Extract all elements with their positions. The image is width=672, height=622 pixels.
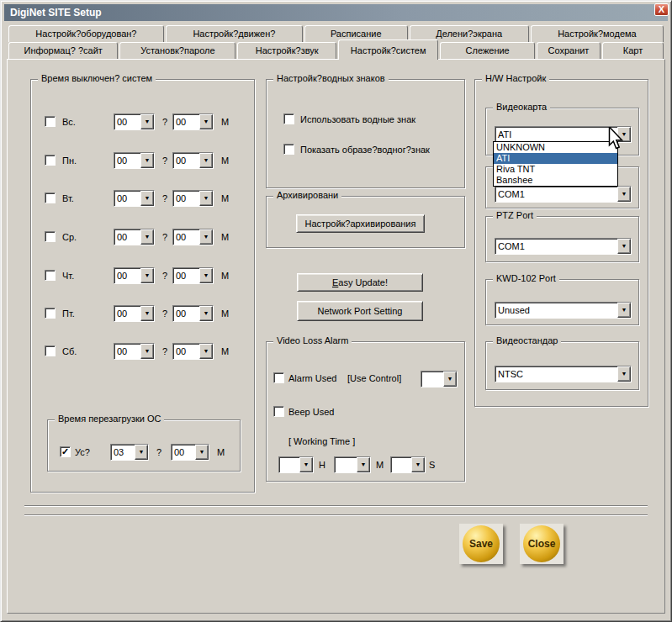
video-standard-select[interactable]: NTSC▼ <box>495 366 632 382</box>
alarm-used-label: Alarm Used <box>288 373 336 383</box>
reboot-enabled-checkbox[interactable] <box>60 446 71 457</box>
video-standard-group: Видеостандар NTSC▼ <box>485 341 639 390</box>
thursday-hour-select[interactable]: 00▼ <box>114 267 155 284</box>
day-label: Пн. <box>62 156 77 166</box>
dropdown-arrow-icon[interactable]: ▼ <box>199 344 213 359</box>
thursday-checkbox[interactable] <box>45 270 56 281</box>
kwd-102-port-select[interactable]: Unused▼ <box>495 302 632 319</box>
alarm-control-select[interactable]: ▼ <box>421 371 458 387</box>
dropdown-option[interactable]: Banshee <box>494 175 617 186</box>
monday-checkbox[interactable] <box>45 155 56 166</box>
tuesday-minute-select[interactable]: 00▼ <box>172 190 214 207</box>
tab-monitoring[interactable]: Слежение <box>440 42 535 60</box>
dropdown-arrow-icon[interactable]: ▼ <box>135 445 148 460</box>
tab-map[interactable]: Карт <box>602 42 664 60</box>
tuesday-hour-select[interactable]: 00▼ <box>114 190 155 207</box>
dropdown-arrow-icon[interactable]: ▼ <box>299 457 313 472</box>
dropdown-arrow-icon[interactable]: ▼ <box>617 366 631 382</box>
day-label: Чт. <box>62 271 74 281</box>
day-label: Сб. <box>62 346 77 356</box>
dropdown-arrow-icon[interactable]: ▼ <box>140 114 154 129</box>
dropdown-arrow-icon[interactable]: ▼ <box>617 303 631 318</box>
saturday-checkbox[interactable] <box>45 345 56 356</box>
dropdown-arrow-icon[interactable]: ▼ <box>140 153 154 168</box>
reboot-hour-select[interactable]: 03▼ <box>110 444 149 461</box>
tab-site-info[interactable]: Информац? ?сайт <box>8 42 118 60</box>
ptz-port-group: PTZ Port COM1▼ <box>485 216 639 262</box>
working-time-hour-select[interactable]: ▼ <box>278 456 314 473</box>
saturday-hour-select[interactable]: 00▼ <box>114 343 155 360</box>
monday-hour-select[interactable]: 00▼ <box>114 152 155 169</box>
dropdown-arrow-icon[interactable]: ▼ <box>199 114 213 129</box>
friday-checkbox[interactable] <box>45 308 56 319</box>
dropdown-arrow-icon[interactable]: ▼ <box>140 229 154 245</box>
sunday-minute-select[interactable]: 00▼ <box>172 113 214 130</box>
port-select[interactable]: COM1▼ <box>495 186 632 203</box>
tuesday-checkbox[interactable] <box>45 192 56 203</box>
tab-modem-setup[interactable]: Настройк?модема <box>531 25 664 42</box>
tab-sound-setup[interactable]: Настройк?звук <box>237 42 336 60</box>
wednesday-minute-select[interactable]: 00▼ <box>172 229 214 245</box>
network-port-setting-button[interactable]: Network Port Setting <box>297 301 423 321</box>
divider <box>24 514 648 516</box>
dropdown-arrow-icon[interactable]: ▼ <box>199 306 213 321</box>
dropdown-arrow-icon[interactable]: ▼ <box>443 372 457 387</box>
easy-update-button[interactable]: Easy Update! <box>297 273 423 292</box>
saturday-minute-select[interactable]: 00▼ <box>172 343 214 360</box>
dropdown-option[interactable]: UNKNOWN <box>494 142 617 153</box>
dropdown-arrow-icon[interactable]: ▼ <box>140 306 154 321</box>
mouse-cursor-icon <box>608 127 623 150</box>
archive-settings-button[interactable]: Настройк?архивирования <box>296 214 425 233</box>
dropdown-arrow-icon[interactable]: ▼ <box>199 229 213 245</box>
dropdown-arrow-icon[interactable]: ▼ <box>140 268 154 283</box>
close-window-button[interactable]: X <box>654 3 669 16</box>
wednesday-checkbox[interactable] <box>45 231 56 242</box>
tab-save[interactable]: Сохранит <box>537 42 601 60</box>
dropdown-arrow-icon[interactable]: ▼ <box>617 239 631 254</box>
shutdown-row-saturday: Сб. 00▼ ? 00▼ M <box>31 343 254 360</box>
monday-minute-select[interactable]: 00▼ <box>172 152 214 169</box>
close-button-panel: Close <box>520 524 564 564</box>
dropdown-arrow-icon[interactable]: ▼ <box>411 457 425 472</box>
shutdown-row-sunday: Вс. 00▼ ? 00▼ M <box>31 113 254 130</box>
group-title: Время выключен? систем <box>38 73 156 83</box>
dropdown-arrow-icon[interactable]: ▼ <box>140 344 154 359</box>
tab-password-setup[interactable]: Установк?пароле <box>119 42 235 60</box>
sunday-hour-select[interactable]: 00▼ <box>114 113 155 130</box>
dropdown-arrow-icon[interactable]: ▼ <box>195 445 209 460</box>
dropdown-arrow-icon[interactable]: ▼ <box>617 187 631 202</box>
tab-motion-setup[interactable]: Настройк?движен? <box>166 25 303 42</box>
dropdown-arrow-icon[interactable]: ▼ <box>140 191 154 206</box>
dropdown-option-selected[interactable]: ATI <box>494 153 617 164</box>
close-button[interactable]: Close <box>523 525 560 562</box>
dropdown-arrow-icon[interactable]: ▼ <box>199 153 213 168</box>
tab-row-2: Информац? ?сайт Установк?пароле Настройк… <box>8 42 664 60</box>
sunday-checkbox[interactable] <box>45 116 56 127</box>
use-control-label: [Use Control] <box>347 373 401 383</box>
tab-row-1: Настройк?оборудован? Настройк?движен? Ра… <box>8 25 664 42</box>
friday-minute-select[interactable]: 00▼ <box>172 305 214 322</box>
group-title: PTZ Port <box>493 210 537 220</box>
group-title: Видеостандар <box>493 335 561 345</box>
shutdown-row-thursday: Чт. 00▼ ? 00▼ M <box>31 267 254 284</box>
beep-used-checkbox[interactable] <box>273 406 284 417</box>
save-button[interactable]: Save <box>463 525 500 562</box>
working-time-second-select[interactable]: ▼ <box>390 456 426 473</box>
window-title: DigiNet SITE Setup <box>10 7 102 18</box>
dropdown-arrow-icon[interactable]: ▼ <box>199 191 213 206</box>
reboot-minute-select[interactable]: 00▼ <box>171 444 209 461</box>
working-time-minute-select[interactable]: ▼ <box>334 456 371 473</box>
alarm-used-checkbox[interactable] <box>273 372 284 383</box>
shutdown-row-tuesday: Вт. 00▼ ? 00▼ M <box>31 190 254 207</box>
friday-hour-select[interactable]: 00▼ <box>114 305 155 322</box>
tab-system-setup[interactable]: Настройк?систем <box>338 40 438 60</box>
tab-hardware-setup[interactable]: Настройк?оборудован? <box>8 25 164 42</box>
wednesday-hour-select[interactable]: 00▼ <box>114 229 155 245</box>
dropdown-option[interactable]: Riva TNT <box>494 164 617 175</box>
show-watermark-image-checkbox[interactable] <box>283 144 294 155</box>
dropdown-arrow-icon[interactable]: ▼ <box>357 457 370 472</box>
dropdown-arrow-icon[interactable]: ▼ <box>199 268 213 283</box>
use-watermark-checkbox[interactable] <box>283 113 294 124</box>
ptz-port-select[interactable]: COM1▼ <box>495 238 632 255</box>
thursday-minute-select[interactable]: 00▼ <box>172 267 214 284</box>
